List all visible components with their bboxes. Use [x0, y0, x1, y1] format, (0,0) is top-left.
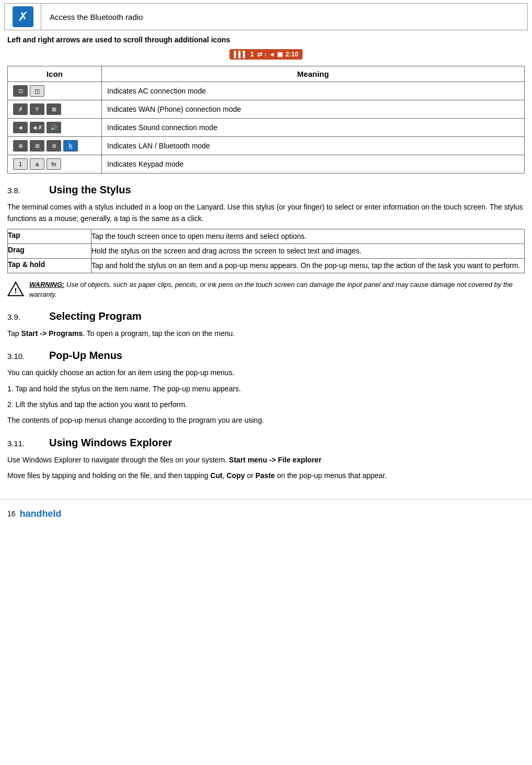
warning-body: Use of objects, such as paper clips, pen… — [29, 281, 513, 299]
section-38-intro: The terminal comes with a stylus include… — [7, 201, 525, 225]
snd-icon-3: 🔊 — [47, 122, 61, 133]
icon-cell-ac: ⊡ ◫ — [8, 82, 102, 100]
section-39-body-2: . To open a program, tap the icon on the… — [83, 329, 235, 338]
section-310-title: Pop-Up Menus — [49, 350, 122, 362]
header-icon-cell: ✗ — [5, 4, 41, 30]
def-row-drag: Drag Hold the stylus on the screen and d… — [8, 244, 525, 258]
section-311-body4: on the pop-up menus that appear. — [275, 471, 387, 480]
section-39-body: Tap Start -> Programs. To open a program… — [7, 328, 525, 339]
section-39-number: 3.9. — [7, 312, 33, 321]
def-def-tap: Tap the touch screen once to open menu i… — [91, 229, 525, 244]
table-header-meaning: Meaning — [102, 66, 525, 82]
table-row: ⊕ ⊞ ⊛ ɮ Indicates LAN / Bluetooth mode — [8, 137, 525, 155]
bluetooth-icon: ✗ — [13, 6, 33, 27]
section-310-para-1: You can quickly choose an action for an … — [7, 367, 525, 378]
status-bar-signal: 1 — [250, 51, 254, 58]
def-row-tap: Tap Tap the touch screen once to open me… — [8, 229, 525, 244]
table-header-icon: Icon — [8, 66, 102, 82]
section-311-para-2: Move files by tapping and holding on the… — [7, 470, 525, 481]
section-39-title: Selecting Program — [49, 310, 142, 322]
section-38-heading: 3.8. Using the Stylus — [7, 184, 525, 196]
ac-icon-2: ◫ — [30, 85, 44, 97]
snd-icon-2: ◄✗ — [30, 122, 44, 133]
ac-icon-1: ⊡ — [13, 85, 28, 97]
warning-box: ! WARNING: Use of objects, such as paper… — [7, 280, 525, 300]
footer: 16 handheld — [0, 503, 532, 523]
status-bar: ▌▌▌ 1 ⇄ ↕ ◄ ▣ 2:10 — [229, 49, 302, 60]
table-row: ◄ ◄✗ 🔊 Indicates Sound connection mode — [8, 119, 525, 137]
main-content: Left and right arrows are used to scroll… — [0, 36, 532, 496]
keypad-icon-3: fn — [47, 158, 61, 170]
footer-page-num: 16 — [7, 509, 16, 518]
meaning-lan: Indicates LAN / Bluetooth mode — [102, 137, 525, 155]
section-311-body1: Use Windows Explorer to navigate through… — [7, 456, 229, 464]
icon-cell-keypad: 1 a fn — [8, 155, 102, 173]
meaning-sound: Indicates Sound connection mode — [102, 119, 525, 137]
warning-label: WARNING: — [29, 281, 64, 288]
def-term-taphold: Tap & hold — [8, 258, 91, 273]
wan-icon-3: ⊠ — [47, 103, 61, 115]
header-title: Access the Bluetooth radio — [41, 7, 151, 27]
icon-cell-wan: ✗ Y ⊠ — [8, 100, 102, 119]
icon-table: Icon Meaning ⊡ ◫ Indicates AC connection… — [7, 66, 525, 173]
bt-icon: ɮ — [63, 140, 78, 152]
def-term-tap: Tap — [8, 229, 91, 244]
icon-cell-sound: ◄ ◄✗ 🔊 — [8, 119, 102, 137]
section-310-heading: 3.10. Pop-Up Menus — [7, 350, 525, 362]
section-38-title: Using the Stylus — [49, 184, 131, 196]
section-39-bold1: Start -> Programs — [21, 329, 83, 338]
status-bar-icons: ⇄ ↕ ◄ ▣ — [257, 51, 283, 58]
footer-brand: handheld — [20, 508, 62, 519]
section-39-heading: 3.9. Selecting Program — [7, 310, 525, 322]
section-310-number: 3.10. — [7, 352, 33, 361]
footer-divider — [0, 500, 532, 500]
section-39-body-1: Tap — [7, 329, 21, 338]
def-def-taphold: Tap and hold the stylus on an item and a… — [91, 258, 525, 273]
svg-text:!: ! — [15, 286, 17, 295]
section-311-title: Using Windows Explorer — [49, 437, 172, 449]
section-311-bold2: Cut — [210, 471, 222, 480]
section-310-para-4: The contents of pop-up menus change acco… — [7, 414, 525, 426]
table-row: ✗ Y ⊠ Indicates WAN (Phone) connection m… — [8, 100, 525, 119]
section-311-number: 3.11. — [7, 439, 33, 448]
table-row: 1 a fn Indicates Keypad mode — [8, 155, 525, 173]
meaning-wan: Indicates WAN (Phone) connection mode — [102, 100, 525, 119]
warning-icon: ! — [7, 281, 24, 297]
keypad-icon-1: 1 — [13, 158, 28, 170]
lan-icon-3: ⊛ — [47, 140, 61, 152]
section-38-number: 3.8. — [7, 186, 33, 195]
section-310-para-3: 2. Lift the stylus and tap the action yo… — [7, 399, 525, 410]
def-def-drag: Hold the stylus on the screen and drag a… — [91, 244, 525, 258]
keypad-icon-2: a — [30, 158, 44, 170]
section-311-bold4: Paste — [256, 471, 275, 480]
section-311-sep1: , — [223, 471, 227, 480]
status-bar-container: ▌▌▌ 1 ⇄ ↕ ◄ ▣ 2:10 — [7, 49, 525, 60]
lan-icon-2: ⊞ — [30, 140, 44, 152]
wan-icon-1: ✗ — [13, 103, 28, 115]
section-311-bold3: Copy — [227, 471, 245, 480]
wan-icon-2: Y — [30, 103, 44, 115]
def-term-drag: Drag — [8, 244, 91, 258]
icon-cell-lan: ⊕ ⊞ ⊛ ɮ — [8, 137, 102, 155]
section-311-sep2: or — [245, 471, 256, 480]
lan-icon-1: ⊕ — [13, 140, 28, 152]
status-bar-battery: ▌▌▌ — [234, 51, 247, 58]
section-311-bold1: Start menu -> File explorer — [229, 456, 321, 464]
section-311-para-1: Use Windows Explorer to navigate through… — [7, 454, 525, 466]
section-310-para-2: 1. Tap and hold the stylus on the item n… — [7, 383, 525, 395]
meaning-ac: Indicates AC connection mode — [102, 82, 525, 100]
section-311-body3: Move files by tapping and holding on the… — [7, 471, 210, 480]
meaning-keypad: Indicates Keypad mode — [102, 155, 525, 173]
warning-text: WARNING: Use of objects, such as paper c… — [29, 280, 525, 300]
snd-icon-1: ◄ — [13, 122, 28, 133]
header-bar: ✗ Access the Bluetooth radio — [4, 3, 528, 30]
section-311-heading: 3.11. Using Windows Explorer — [7, 437, 525, 449]
def-row-taphold: Tap & hold Tap and hold the stylus on an… — [8, 258, 525, 273]
def-table-stylus: Tap Tap the touch screen once to open me… — [7, 229, 525, 273]
table-row: ⊡ ◫ Indicates AC connection mode — [8, 82, 525, 100]
status-bar-time: 2:10 — [286, 51, 298, 58]
scroll-note: Left and right arrows are used to scroll… — [7, 36, 525, 44]
